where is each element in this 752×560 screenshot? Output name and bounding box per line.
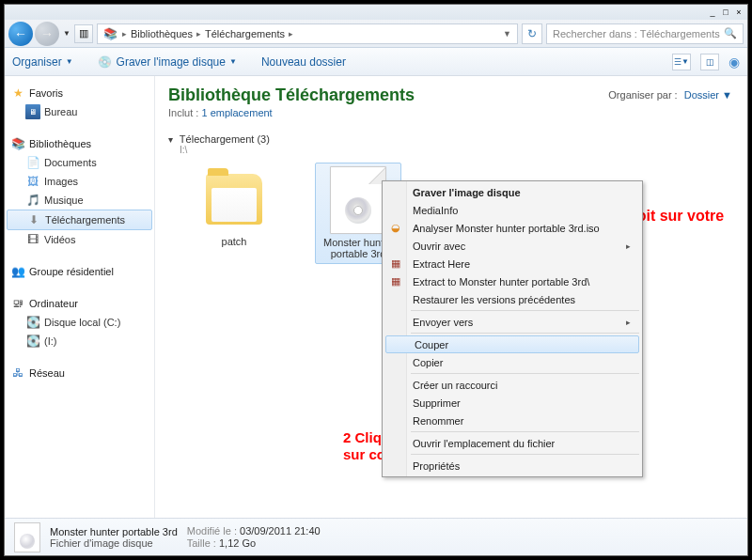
- ctx-item-cut[interactable]: Couper: [385, 335, 639, 353]
- library-icon: 📚: [103, 26, 118, 41]
- status-size-value: 1,12 Go: [219, 537, 256, 549]
- help-icon[interactable]: ◉: [728, 54, 740, 70]
- ctx-item-open-location[interactable]: Ouvrir l'emplacement du fichier: [384, 434, 640, 452]
- minimize-button[interactable]: _: [708, 8, 717, 17]
- images-icon: 🖼: [25, 174, 40, 189]
- up-button[interactable]: ▥: [74, 24, 93, 43]
- ctx-item-mediainfo[interactable]: MediaInfo: [384, 201, 640, 219]
- library-subtitle: Inclut : 1 emplacement: [168, 107, 734, 118]
- ctx-item-extract-here[interactable]: ▦Extract Here: [384, 255, 640, 272]
- collapse-icon[interactable]: ▾: [168, 134, 173, 145]
- close-button[interactable]: ×: [734, 8, 744, 17]
- preview-pane-button[interactable]: ◫: [700, 54, 719, 70]
- ctx-item-burn[interactable]: Graver l'image disque: [384, 183, 640, 201]
- navigation-pane: ★ Favoris 🖥 Bureau 📚 Bibliothèques 📄Docu…: [5, 76, 155, 518]
- ctx-item-open-with[interactable]: Ouvrir avec▸: [384, 237, 640, 255]
- sidebar-item-homegroup[interactable]: 👥Groupe résidentiel: [7, 262, 152, 281]
- chevron-icon[interactable]: ▸: [287, 29, 295, 39]
- computer-icon: 🖳: [10, 296, 25, 311]
- context-menu: Graver l'image disque MediaInfo ◒Analyse…: [382, 180, 643, 477]
- sidebar-item-network[interactable]: 🖧Réseau: [7, 364, 152, 382]
- chevron-icon[interactable]: ▸: [120, 29, 129, 39]
- sidebar-libraries-header[interactable]: 📚 Bibliothèques: [7, 134, 152, 153]
- command-bar: Organiser▼ 💿 Graver l'image disque▼ Nouv…: [5, 48, 747, 76]
- separator: [411, 373, 639, 374]
- history-dropdown-icon[interactable]: ▼: [63, 29, 70, 38]
- ctx-item-copy[interactable]: Copier: [384, 353, 640, 371]
- chevron-right-icon: ▸: [626, 241, 631, 251]
- sidebar-item-downloads[interactable]: ⬇Téléchargements: [7, 210, 152, 230]
- iso-file-icon: [330, 166, 386, 234]
- sidebar-favorites-header[interactable]: ★ Favoris: [7, 84, 152, 102]
- details-pane: Monster hunter portable 3rd Fichier d'im…: [5, 518, 747, 555]
- separator: [411, 333, 639, 334]
- ctx-item-send-to[interactable]: Envoyer vers▸: [384, 313, 640, 331]
- separator: [411, 454, 639, 455]
- status-modified-label: Modifié le :: [187, 525, 237, 537]
- locations-link[interactable]: 1 emplacement: [201, 107, 272, 118]
- chevron-down-icon: ▼: [229, 57, 237, 66]
- ctx-item-extract-to[interactable]: ▦Extract to Monster hunter portable 3rd\: [384, 272, 640, 290]
- chevron-icon[interactable]: ▸: [195, 29, 203, 39]
- address-bar[interactable]: 📚 ▸ Bibliothèques ▸ Téléchargements ▸ ▼: [97, 23, 518, 44]
- ctx-item-rename[interactable]: Renommer: [384, 412, 640, 429]
- desktop-icon: 🖥: [25, 104, 40, 119]
- iso-file-icon: [14, 522, 40, 552]
- sidebar-item-images[interactable]: 🖼Images: [7, 172, 152, 191]
- search-icon: 🔍: [724, 27, 737, 39]
- search-input[interactable]: Rechercher dans : Téléchargements 🔍: [546, 23, 744, 44]
- sidebar-item-documents[interactable]: 📄Documents: [7, 153, 152, 172]
- sidebar-item-music[interactable]: 🎵Musique: [7, 191, 152, 210]
- network-icon: 🖧: [10, 366, 25, 381]
- nav-bar: ← → ▼ ▥ 📚 ▸ Bibliothèques ▸ Téléchargeme…: [5, 20, 747, 48]
- star-icon: ★: [10, 86, 25, 101]
- search-placeholder: Rechercher dans : Téléchargements: [553, 28, 720, 39]
- view-button[interactable]: ☰ ▼: [672, 54, 691, 70]
- downloads-icon: ⬇: [26, 212, 41, 227]
- folder-icon: [206, 174, 262, 225]
- ctx-item-shortcut[interactable]: Créer un raccourci: [384, 376, 640, 394]
- homegroup-icon: 👥: [10, 264, 25, 279]
- new-folder-button[interactable]: Nouveau dossier: [261, 55, 346, 69]
- library-icon: 📚: [10, 136, 25, 151]
- videos-icon: 🎞: [25, 232, 40, 247]
- ctx-item-delete[interactable]: Supprimer: [384, 394, 640, 412]
- separator: [411, 431, 639, 432]
- archive-icon: ▦: [389, 257, 402, 271]
- sidebar-item-disk-i[interactable]: 💽(I:): [7, 332, 152, 350]
- file-item-folder[interactable]: patch: [191, 163, 277, 264]
- chevron-down-icon: ▼: [66, 57, 73, 66]
- sidebar-item-desktop[interactable]: 🖥 Bureau: [7, 102, 152, 121]
- sidebar-item-videos[interactable]: 🎞Vidéos: [7, 230, 152, 249]
- status-modified-value: 03/09/2011 21:40: [240, 525, 321, 537]
- shield-icon: ◒: [389, 222, 402, 235]
- refresh-button[interactable]: ↻: [522, 23, 542, 44]
- sidebar-computer-header[interactable]: 🖳Ordinateur: [7, 294, 152, 313]
- maximize-button[interactable]: □: [721, 8, 730, 17]
- arrange-by[interactable]: Organiser par : Dossier ▼: [608, 89, 732, 101]
- back-button[interactable]: ←: [8, 22, 33, 46]
- burn-button[interactable]: 💿 Graver l'image disque▼: [98, 54, 237, 70]
- sidebar-item-disk-c[interactable]: 💽Disque local (C:): [7, 313, 152, 332]
- status-filename: Monster hunter portable 3rd: [50, 526, 178, 537]
- organize-button[interactable]: Organiser▼: [12, 55, 73, 69]
- documents-icon: 📄: [25, 155, 40, 170]
- disk-icon: 💽: [25, 315, 40, 330]
- archive-icon: ▦: [389, 275, 402, 288]
- ctx-item-properties[interactable]: Propriétés: [384, 457, 640, 474]
- group-header[interactable]: ▾ Télechargement (3) I:\: [168, 133, 734, 155]
- breadcrumb-item[interactable]: Bibliothèques: [131, 28, 193, 39]
- status-size-label: Taille :: [187, 537, 216, 549]
- breadcrumb-item[interactable]: Téléchargements: [205, 28, 285, 39]
- disc-icon: 💿: [98, 54, 113, 70]
- ctx-item-analyse[interactable]: ◒Analyser Monster hunter portable 3rd.is…: [384, 219, 640, 237]
- status-filetype: Fichier d'image disque: [50, 537, 178, 549]
- chevron-right-icon: ▸: [626, 318, 631, 327]
- file-label: patch: [195, 236, 274, 247]
- titlebar: _ □ ×: [5, 5, 747, 20]
- forward-button[interactable]: →: [35, 22, 59, 46]
- chevron-down-icon[interactable]: ▼: [503, 29, 511, 39]
- separator: [411, 310, 639, 311]
- ctx-item-restore[interactable]: Restaurer les versions précédentes: [384, 290, 640, 308]
- disk-icon: 💽: [25, 334, 40, 349]
